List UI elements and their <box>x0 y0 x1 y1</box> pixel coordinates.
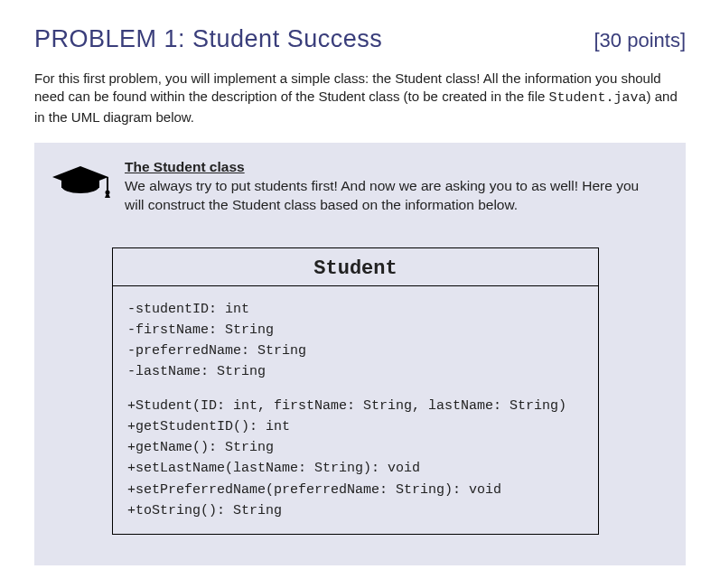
uml-method: +getName(): String <box>127 437 584 458</box>
problem-title: PROBLEM 1: Student Success <box>34 25 382 53</box>
uml-field: -preferredName: String <box>127 341 584 361</box>
uml-field: -firstName: String <box>127 320 584 341</box>
graduation-cap-icon <box>51 164 110 202</box>
uml-method: +Student(ID: int, firstName: String, las… <box>127 396 584 416</box>
header-row: PROBLEM 1: Student Success [30 points] <box>34 25 686 53</box>
info-panel: The Student class We always try to put s… <box>34 143 686 565</box>
document-page: PROBLEM 1: Student Success [30 points] F… <box>0 0 720 574</box>
intro-paragraph: For this first problem, you will impleme… <box>34 70 686 126</box>
uml-method: +getStudentID(): int <box>127 416 584 437</box>
uml-body: -studentID: int-firstName: String-prefer… <box>113 286 598 535</box>
uml-field: -studentID: int <box>127 299 584 320</box>
uml-separator-gap <box>127 383 584 396</box>
panel-heading: The Student class <box>125 159 660 175</box>
panel-description: We always try to put students first! And… <box>125 177 660 215</box>
uml-diagram: Student -studentID: int-firstName: Strin… <box>112 247 599 536</box>
points-label: [30 points] <box>594 29 686 52</box>
uml-class-name: Student <box>113 248 598 286</box>
uml-field: -lastName: String <box>127 361 584 382</box>
uml-method: +setLastName(lastName: String): void <box>127 458 584 479</box>
filename-code: Student.java <box>549 90 647 106</box>
uml-method: +setPreferredName(preferredName: String)… <box>127 480 584 500</box>
panel-text: The Student class We always try to put s… <box>125 159 660 215</box>
panel-top: The Student class We always try to put s… <box>51 159 660 215</box>
uml-method: +toString(): String <box>127 500 584 521</box>
